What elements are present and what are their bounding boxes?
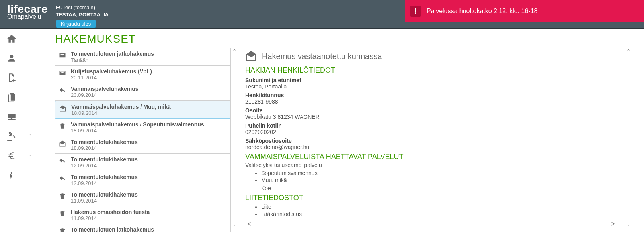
application-list-item[interactable]: Toimeentulotukihakemus12.09.2014	[55, 171, 230, 189]
logo: lifecare Omapalvelu	[0, 2, 56, 20]
value-email: nordea.demo@wagner.hui	[245, 144, 621, 150]
attachments-list: LiiteLääkärintodistus	[261, 204, 621, 217]
logout-button[interactable]: Kirjaudu ulos	[56, 20, 96, 28]
application-list-wrap: Toimeentulotuen jatkohakemusTänäänKuljet…	[55, 48, 238, 232]
app-header: lifecare Omapalvelu FCTest (tecmain) TES…	[0, 0, 644, 29]
nav-documents-icon[interactable]	[0, 92, 23, 104]
env-line2: TESTAA, PORTAALIA	[56, 11, 109, 18]
application-detail: Hakemus vastaanotettu kunnassa HAKIJAN H…	[238, 48, 625, 232]
application-list-item[interactable]: Hakemus omaishoidon tuesta11.09.2014	[55, 206, 230, 224]
list-item-title: Vammaispalveluhakemus / Muu, mikä	[71, 104, 171, 110]
list-item-date: 20.11.2014	[71, 75, 152, 81]
application-list-item[interactable]: Toimeentulotukihakemus18.09.2014	[55, 136, 230, 154]
service-item: Sopeutumisvalmennus	[261, 170, 621, 176]
detail-scrollbar[interactable]: ˄ ˅	[625, 48, 632, 232]
services-hint: Valitse yksi tai useampi palvelu	[245, 162, 621, 168]
list-item-title: Toimeentulotuen jatkohakemus	[71, 226, 154, 232]
scroll-up-icon[interactable]: ˄	[627, 49, 630, 55]
mail-open-icon	[59, 104, 67, 116]
mail-open-icon	[245, 50, 257, 63]
nav-euro-icon[interactable]	[0, 151, 23, 162]
list-item-date: Tänään	[71, 57, 154, 63]
list-item-date: 18.09.2014	[71, 110, 171, 116]
value-ssn: 210281-9988	[245, 98, 621, 105]
list-scrollbar[interactable]: ˄ ˅	[231, 48, 238, 232]
list-item-date: 12.09.2014	[71, 180, 138, 186]
environment-block: FCTest (tecmain) TESTAA, PORTAALIA Kirja…	[56, 2, 109, 28]
label-phone: Puhelin kotiin	[245, 122, 621, 129]
section-attachments-title: LIITETIEDOSTOT	[245, 194, 621, 202]
application-list-item[interactable]: Toimeentulotuen jatkohakemus11.09.2014	[55, 224, 230, 232]
nav-gavel-icon[interactable]	[0, 131, 23, 143]
application-list-item[interactable]: Vammaispalveluhakemus / Muu, mikä18.09.2…	[55, 101, 230, 119]
label-address: Osoite	[245, 107, 621, 114]
value-phone: 0202020202	[245, 129, 621, 135]
nav-new-document-icon[interactable]	[0, 73, 23, 84]
alert-icon: !	[410, 6, 421, 17]
svg-text:i: i	[9, 170, 12, 181]
list-item-date: 18.09.2014	[71, 145, 138, 151]
label-name: Sukunimi ja etunimet	[245, 77, 621, 83]
mail-closed-icon	[58, 51, 67, 63]
reply-icon	[58, 174, 67, 186]
value-address: Webbikatu 3 81234 WAGNER	[245, 114, 621, 120]
list-item-date: 18.09.2014	[71, 128, 204, 134]
application-list-item[interactable]: Toimeentulotukihakemus12.09.2014	[55, 154, 230, 171]
scroll-up-icon[interactable]: ˄	[233, 49, 236, 55]
page-title: HAKEMUKSET	[55, 31, 632, 48]
env-line1: FCTest (tecmain)	[56, 4, 109, 11]
detail-wrap: Hakemus vastaanotettu kunnassa HAKIJAN H…	[238, 48, 632, 232]
logo-main: lifecare	[7, 4, 48, 14]
application-list-item[interactable]: Kuljetuspalveluhakemus (VpL)20.11.2014	[55, 66, 230, 83]
sidebar-expand-tab[interactable]: ⋮	[23, 134, 31, 156]
detail-horizontal-scrollbar[interactable]: ＜ ＞	[245, 219, 621, 228]
application-list-item[interactable]: Vammaispalveluhakemus23.09.2014	[55, 83, 230, 101]
list-item-title: Toimeentulotukihakemus	[71, 191, 138, 198]
scroll-down-icon[interactable]: ˅	[233, 225, 236, 231]
services-extra: Koe	[261, 185, 621, 191]
list-item-date: 11.09.2014	[71, 198, 138, 204]
reply-icon	[58, 86, 67, 98]
value-name: Testaa, Portaalia	[245, 83, 621, 90]
mail-closed-icon	[58, 68, 67, 81]
section-services-title: VAMMAISPALVELUISTA HAETTAVAT PALVELUT	[245, 153, 621, 161]
scroll-left-icon[interactable]: ＜	[245, 219, 252, 228]
detail-header: Hakemus vastaanotettu kunnassa	[245, 50, 621, 63]
list-item-date: 23.09.2014	[71, 92, 139, 98]
application-list-item[interactable]: Toimeentulotuen jatkohakemusTänään	[55, 48, 230, 66]
list-item-title: Toimeentulotuen jatkohakemus	[71, 51, 154, 57]
services-list: SopeutumisvalmennusMuu, mikä	[261, 170, 621, 183]
application-list-item[interactable]: Vammaispalveluhakemus / Sopeutumisvalmen…	[55, 119, 230, 136]
list-item-date: 12.09.2014	[71, 163, 138, 169]
sidebar: i ⋮	[0, 29, 23, 232]
nav-person-icon[interactable]	[0, 53, 23, 65]
alert-banner[interactable]: ! Palvelussa huoltokatko 2.12. klo. 16-1…	[405, 0, 644, 22]
list-item-title: Toimeentulotukihakemus	[71, 174, 138, 180]
list-item-title: Toimeentulotukihakemus	[71, 156, 138, 163]
list-item-date: 11.09.2014	[71, 215, 150, 221]
nav-info-icon[interactable]: i	[0, 170, 23, 182]
mail-open-icon	[58, 139, 67, 151]
list-item-title: Toimeentulotukihakemus	[71, 139, 138, 145]
section-person-title: HAKIJAN HENKILÖTIEDOT	[245, 66, 621, 75]
nav-inbox-icon[interactable]	[0, 112, 23, 123]
list-item-title: Hakemus omaishoidon tuesta	[71, 209, 150, 215]
trash-icon	[58, 121, 67, 134]
service-item: Muu, mikä	[261, 177, 621, 183]
application-list-item[interactable]: Toimeentulotukihakemus11.09.2014	[55, 189, 230, 206]
trash-icon	[58, 226, 67, 232]
attachment-item: Liite	[261, 204, 621, 210]
trash-icon	[58, 209, 67, 221]
scroll-right-icon[interactable]: ＞	[610, 219, 617, 228]
label-ssn: Henkilötunnus	[245, 92, 621, 98]
list-item-title: Kuljetuspalveluhakemus (VpL)	[71, 68, 152, 75]
scroll-down-icon[interactable]: ˅	[627, 225, 630, 231]
reply-icon	[58, 156, 67, 169]
trash-icon	[58, 191, 67, 204]
list-item-title: Vammaispalveluhakemus	[71, 86, 139, 92]
application-list[interactable]: Toimeentulotuen jatkohakemusTänäänKuljet…	[55, 48, 231, 232]
nav-home-icon[interactable]	[0, 33, 23, 45]
alert-text: Palvelussa huoltokatko 2.12. klo. 16-18	[427, 8, 537, 15]
label-email: Sähköpostiosoite	[245, 138, 621, 144]
main-area: HAKEMUKSET Toimeentulotuen jatkohakemusT…	[23, 29, 644, 232]
